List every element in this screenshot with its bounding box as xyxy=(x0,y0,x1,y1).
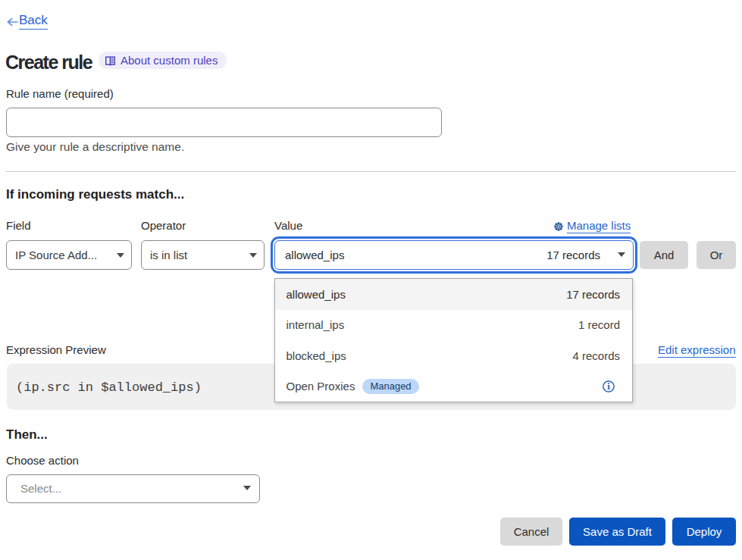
svg-text:i: i xyxy=(607,380,610,392)
